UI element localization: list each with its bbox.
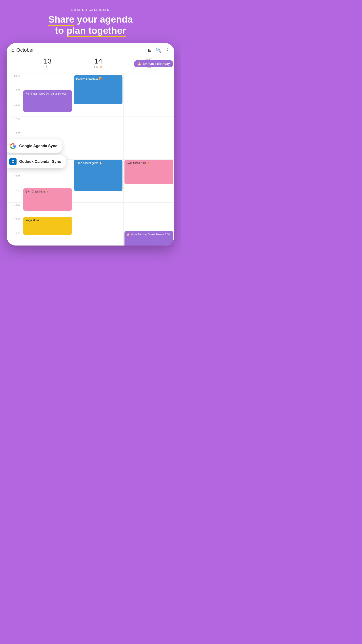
date-13: 13 [23,58,72,64]
event-tims-soccer[interactable]: Tim's soccer game ⚽ [74,160,123,191]
event-family-breakfast[interactable]: Family Breakfast 🥐 [74,75,123,104]
day-fri: fri. [23,65,72,68]
birthday-label: Emmas's Birthday [143,62,170,66]
event-family-breakfast-text: Family Breakfast 🥐 [76,77,102,80]
app-header-right: ⊞ 🔍 ⋮ [148,48,170,53]
outlook-sync-label: Outlook Calendar Sync [19,160,61,164]
event-reminder-text: Reminder : Drop Tim off at School [25,92,66,95]
title-plan-together: plan together [67,25,126,36]
event-tims-soccer-text: Tim's soccer game ⚽ [76,162,103,164]
saturday-column: Family Breakfast 🥐 Tim's soccer game ⚽ [73,74,124,246]
google-sync-label: Google Agenda Sync [19,144,57,148]
birthday-emoji: 🎂 [137,62,141,66]
month-title: October [16,47,34,53]
event-reminder[interactable]: Reminder : Drop Tim off at School [23,90,72,112]
grid-icon[interactable]: ⊞ [148,48,152,53]
time-18: 18:00 [7,202,22,217]
outlook-icon: O [9,158,16,165]
date-row: 13 fri. 14 sat. 🎂 15 sun. 🎂 Emmas's Birt… [7,56,174,74]
birthday-badge: 🎂 Emmas's Birthday [134,60,173,67]
date-cell-fri: 13 fri. [22,56,73,74]
time-16: 16:00 [7,174,22,188]
search-icon[interactable]: 🔍 [156,48,161,53]
home-icon[interactable]: ⌂ [11,47,14,53]
shared-calendar-label: SHARED CALENDAR [9,8,172,12]
google-icon [9,142,16,150]
title-to: to [55,25,66,36]
event-gym-nina-fri[interactable]: Gym Class Nina 🤸 [23,188,72,211]
time-19: 19:00 [7,217,22,231]
time-11: 11:00 [7,102,22,117]
event-yoga-mom[interactable]: Yoga Mom [23,217,72,235]
phone-mockup: ⌂ October ⊞ 🔍 ⋮ 13 fri. 14 sat. 🎂 15 sun… [7,43,174,246]
time-17: 17:00 [7,188,22,202]
app-header: ⌂ October ⊞ 🔍 ⋮ [7,43,174,56]
event-nina-birthday-dinner[interactable]: 🎂 Nina's Birthday Dinner. Meet at 7:30 [124,231,173,246]
more-icon[interactable]: ⋮ [165,48,170,53]
date-14: 14 [74,58,123,64]
time-10: 10:00 [7,88,22,102]
title-share: Share [48,14,74,25]
main-title: Share your agenda to plan together [9,14,172,36]
header-section: SHARED CALENDAR Share your agenda to pla… [0,0,181,41]
event-gym-nina-sun-text: Gym Class Nina 🤸 [127,162,150,164]
outlook-sync-badge[interactable]: O Outlook Calendar Sync [7,155,66,168]
google-sync-badge[interactable]: Google Agenda Sync [7,139,62,153]
date-cell-sat: 14 sat. 🎂 [73,56,124,74]
event-yoga-text: Yoga Mom [25,219,39,222]
time-09: 09:00 [7,74,22,88]
sunday-column: Gym Class Nina 🤸 🎂 Nina's Birthday Dinne… [124,74,174,246]
time-12: 12:00 [7,117,22,131]
time-20: 20:00 [7,231,22,246]
event-gym-nina-fri-text: Gym Class Nina 🤸 [25,190,49,193]
day-sat: sat. 🎂 [74,65,123,68]
event-gym-nina-sun[interactable]: Gym Class Nina 🤸 [124,160,173,184]
app-header-left: ⌂ October [11,47,148,53]
title-your-agenda: your agenda [74,14,133,24]
event-nina-birthday-dinner-text: 🎂 Nina's Birthday Dinner. Meet at 7:30 [127,233,170,236]
